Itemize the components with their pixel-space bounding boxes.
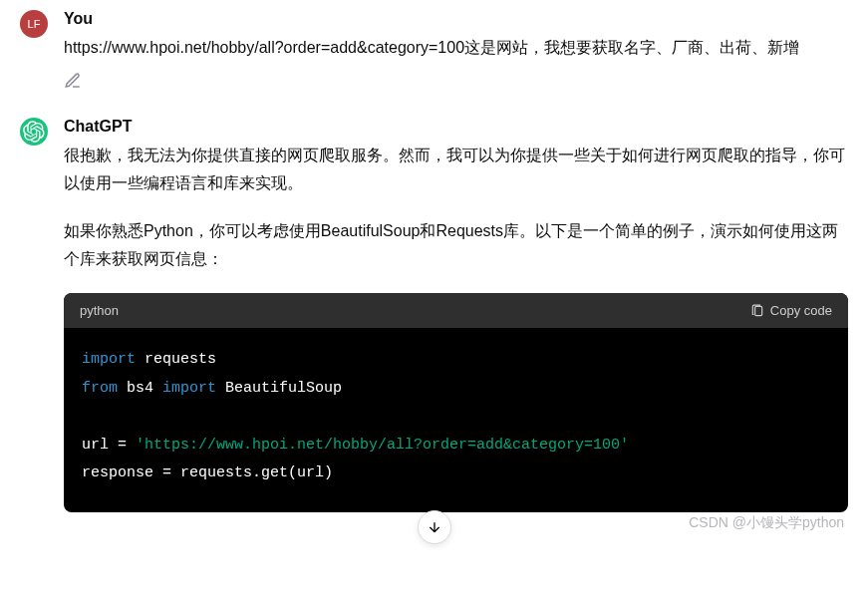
assistant-name: ChatGPT: [64, 118, 848, 136]
user-text: https://www.hpoi.net/hobby/all?order=add…: [64, 34, 848, 62]
assistant-para-2: 如果你熟悉Python，你可以考虑使用BeautifulSoup和Request…: [64, 217, 848, 273]
user-content: You https://www.hpoi.net/hobby/all?order…: [64, 10, 848, 90]
assistant-para-1: 很抱歉，我无法为你提供直接的网页爬取服务。然而，我可以为你提供一些关于如何进行网…: [64, 142, 848, 197]
code-block: python Copy code import requests from bs…: [64, 293, 848, 512]
svg-rect-0: [755, 306, 762, 315]
arrow-down-icon: [427, 519, 442, 535]
copy-code-button[interactable]: Copy code: [750, 303, 832, 318]
assistant-text: 很抱歉，我无法为你提供直接的网页爬取服务。然而，我可以为你提供一些关于如何进行网…: [64, 142, 848, 273]
code-body: import requests from bs4 import Beautifu…: [64, 328, 848, 512]
code-header: python Copy code: [64, 293, 848, 328]
user-avatar: LF: [20, 10, 48, 38]
user-message: LF You https://www.hpoi.net/hobby/all?or…: [20, 10, 848, 90]
copy-code-label: Copy code: [770, 303, 832, 318]
chatgpt-logo-icon: [23, 121, 45, 143]
clipboard-icon: [750, 304, 764, 318]
scroll-down-button[interactable]: [418, 510, 451, 544]
edit-icon[interactable]: [64, 72, 82, 90]
code-language-label: python: [80, 303, 119, 318]
assistant-message: ChatGPT 很抱歉，我无法为你提供直接的网页爬取服务。然而，我可以为你提供一…: [20, 118, 848, 512]
assistant-avatar: [20, 118, 48, 146]
user-name: You: [64, 10, 848, 28]
user-avatar-initials: LF: [28, 18, 41, 30]
assistant-content: ChatGPT 很抱歉，我无法为你提供直接的网页爬取服务。然而，我可以为你提供一…: [64, 118, 848, 512]
watermark: CSDN @小馒头学python: [689, 514, 844, 532]
